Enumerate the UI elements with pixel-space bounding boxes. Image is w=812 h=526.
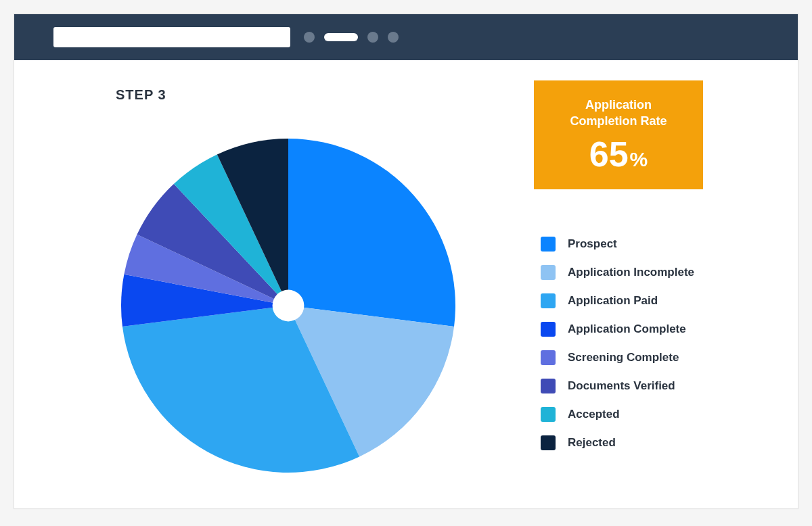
legend-swatch-icon (541, 435, 556, 450)
legend-swatch-icon (541, 322, 556, 337)
legend-item: Prospect (541, 237, 757, 252)
legend-item: Documents Verified (541, 379, 757, 393)
legend-label: Documents Verified (568, 379, 675, 393)
browser-dot-icon (304, 32, 315, 43)
content-area: STEP 3 ApplicationCompletion Rate 65% Pr… (14, 60, 798, 508)
pie-chart (112, 130, 464, 481)
legend-item: Application Paid (541, 293, 757, 308)
legend-swatch-icon (541, 237, 556, 252)
legend-label: Accepted (568, 408, 620, 421)
browser-chrome-bar (14, 14, 798, 60)
completion-rate-title: ApplicationCompletion Rate (547, 97, 690, 130)
legend-item: Rejected (541, 435, 757, 450)
legend-item: Application Complete (541, 322, 757, 337)
legend-item: Screening Complete (541, 350, 757, 365)
completion-rate-card: ApplicationCompletion Rate 65% (534, 80, 703, 189)
legend-swatch-icon (541, 407, 556, 422)
legend: ProspectApplication IncompleteApplicatio… (541, 237, 757, 450)
legend-swatch-icon (541, 350, 556, 365)
legend-swatch-icon (541, 265, 556, 280)
legend-label: Prospect (568, 237, 617, 251)
browser-dot-icon (367, 32, 378, 43)
legend-item: Accepted (541, 407, 757, 422)
pie-slice-prospect (288, 139, 455, 327)
legend-item: Application Incomplete (541, 265, 757, 280)
app-frame: STEP 3 ApplicationCompletion Rate 65% Pr… (14, 14, 798, 509)
legend-swatch-icon (541, 379, 556, 393)
url-input[interactable] (53, 27, 290, 47)
legend-label: Application Paid (568, 294, 658, 308)
completion-rate-value: 65% (547, 137, 690, 172)
legend-label: Screening Complete (568, 351, 679, 364)
browser-dot-icon (388, 32, 399, 43)
pie-svg (112, 130, 464, 481)
chart-panel: STEP 3 (55, 80, 487, 481)
browser-controls (304, 32, 399, 43)
browser-pill-icon (324, 33, 358, 41)
legend-label: Rejected (568, 436, 616, 450)
legend-label: Application Incomplete (568, 266, 694, 279)
completion-rate-title-line1: ApplicationCompletion Rate (570, 98, 667, 128)
sidebar-panel: ApplicationCompletion Rate 65% ProspectA… (527, 80, 757, 481)
pie-center-hole (273, 290, 304, 322)
legend-label: Application Complete (568, 322, 686, 336)
legend-swatch-icon (541, 293, 556, 308)
completion-rate-number: 65 (589, 135, 629, 174)
step-title: STEP 3 (116, 87, 487, 103)
completion-rate-suffix: % (630, 148, 648, 170)
